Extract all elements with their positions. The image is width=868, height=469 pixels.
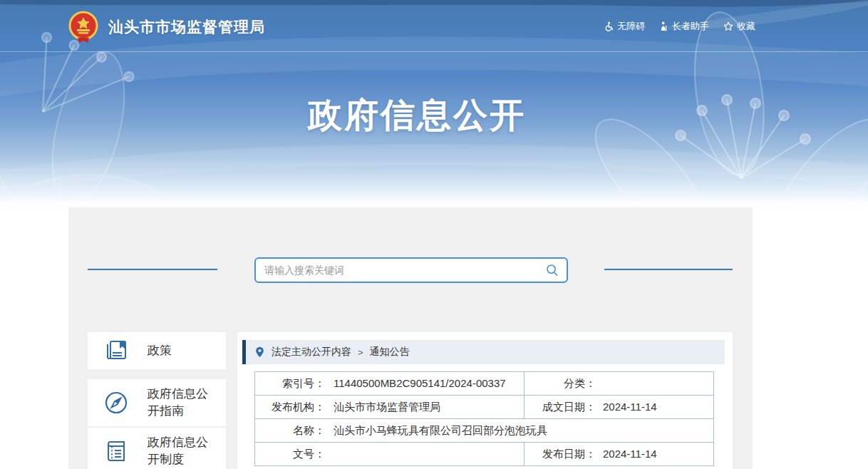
header-divider xyxy=(0,51,868,52)
sidebar-item-label: 政府信息公开指南 xyxy=(148,386,216,420)
utility-links: 无障碍 长者助手 收藏 xyxy=(604,20,755,33)
field-value: 2024-11-14 xyxy=(603,448,657,460)
elder-assist-icon xyxy=(659,21,668,31)
sidebar-item-policy[interactable]: 政策 xyxy=(88,332,226,369)
breadcrumb-item-notices: 通知公告 xyxy=(370,346,410,359)
table-row: 发布机构：汕头市市场监督管理局 成文日期：2024-11-14 xyxy=(255,396,714,419)
field-label: 成文日期： xyxy=(525,401,596,414)
field-value: 11440500MB2C905141/2024-00337 xyxy=(334,377,506,389)
title-cell: 名称：汕头市小马蜂玩具有限公司召回部分泡泡玩具 xyxy=(255,419,714,443)
content-card: 政策 政府信息公开指南 xyxy=(68,207,753,469)
sidebar-item-disclosure-rules[interactable]: 政府信息公开制度 xyxy=(88,428,226,469)
field-label: 索引号： xyxy=(255,377,325,391)
rules-notebook-icon xyxy=(88,438,129,464)
field-label: 文号： xyxy=(255,448,325,461)
sidebar-item-label: 政府信息公开制度 xyxy=(148,434,216,468)
search-icon xyxy=(545,263,559,277)
breadcrumb-separator: > xyxy=(358,347,363,358)
page: 汕头市市场监督管理局 无障碍 长者助手 xyxy=(0,0,868,469)
decorative-line-left xyxy=(88,269,217,270)
page-title: 政府信息公开 xyxy=(0,93,834,138)
elder-assist-label: 长者助手 xyxy=(672,20,709,33)
sidebar-item-label: 政策 xyxy=(148,342,216,359)
table-row: 文号： 发布日期：2024-11-14 xyxy=(255,443,714,466)
search-input[interactable] xyxy=(256,264,538,276)
publish-date-cell: 发布日期：2024-11-14 xyxy=(525,443,714,466)
policy-book-icon xyxy=(88,339,129,363)
issuing-agency-cell: 发布机构：汕头市市场监督管理局 xyxy=(255,396,525,419)
breadcrumb: 法定主动公开内容 > 通知公告 xyxy=(242,340,725,364)
field-label: 发布日期： xyxy=(525,448,596,461)
breadcrumb-item-legal-disclosure[interactable]: 法定主动公开内容 xyxy=(272,346,351,359)
table-row: 索引号：11440500MB2C905141/2024-00337 分类： xyxy=(255,372,714,396)
category-cell: 分类： xyxy=(525,372,714,396)
compass-icon xyxy=(88,390,129,416)
favorite-label: 收藏 xyxy=(737,20,755,33)
elder-assist-link[interactable]: 长者助手 xyxy=(659,20,709,33)
site-title: 汕头市市场监督管理局 xyxy=(108,17,265,37)
field-value: 汕头市小马蜂玩具有限公司召回部分泡泡玩具 xyxy=(334,424,547,436)
index-number-cell: 索引号：11440500MB2C905141/2024-00337 xyxy=(255,372,525,396)
field-label: 分类： xyxy=(525,377,596,391)
field-label: 名称： xyxy=(255,424,325,438)
location-pin-icon xyxy=(255,346,264,358)
field-value: 汕头市市场监督管理局 xyxy=(334,401,440,413)
sidebar-item-disclosure-guide[interactable]: 政府信息公开指南 xyxy=(88,379,226,426)
table-row: 名称：汕头市小马蜂玩具有限公司召回部分泡泡玩具 xyxy=(255,419,714,443)
star-icon xyxy=(723,21,733,31)
accessibility-label: 无障碍 xyxy=(617,20,645,33)
document-number-cell: 文号： xyxy=(255,443,525,466)
favorite-link[interactable]: 收藏 xyxy=(723,20,755,33)
accessibility-icon xyxy=(604,21,614,31)
header-brand[interactable]: 汕头市市场监督管理局 xyxy=(68,11,265,43)
search-button[interactable] xyxy=(538,259,567,282)
field-label: 发布机构： xyxy=(255,401,325,414)
written-date-cell: 成文日期：2024-11-14 xyxy=(525,396,714,419)
banner: 汕头市市场监督管理局 无障碍 长者助手 xyxy=(0,0,868,208)
detail-panel: 法定主动公开内容 > 通知公告 索引号：11440500MB2C905141/2… xyxy=(237,332,733,469)
accessibility-link[interactable]: 无障碍 xyxy=(604,20,645,33)
field-value: 2024-11-14 xyxy=(603,401,657,413)
national-emblem-logo xyxy=(68,11,99,43)
document-meta-table: 索引号：11440500MB2C905141/2024-00337 分类： 发布… xyxy=(254,371,714,466)
search-box xyxy=(254,257,568,283)
decorative-line-right xyxy=(604,269,733,270)
